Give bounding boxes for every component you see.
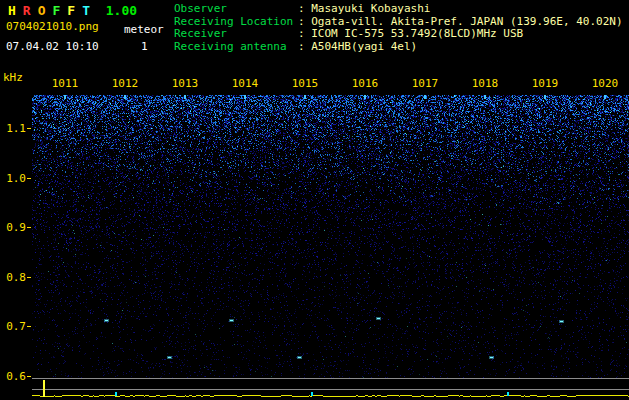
time-tick-label: 1017 bbox=[409, 77, 441, 90]
app-title-letters: HROFFT bbox=[8, 3, 97, 18]
logo-letter: F bbox=[67, 3, 75, 18]
logo-letter: R bbox=[23, 3, 31, 18]
time-tick-label: 1016 bbox=[349, 77, 381, 90]
time-tick-label: 1019 bbox=[529, 77, 561, 90]
date-time-stamp: 07.04.02 10:10 bbox=[6, 40, 99, 53]
info-value: : A504HB(yagi 4el) bbox=[298, 40, 417, 53]
info-row: Receiving antenna: A504HB(yagi 4el) bbox=[174, 41, 623, 54]
info-value: : Ogata-vill. Akita-Pref. JAPAN (139.96E… bbox=[298, 15, 623, 28]
time-tick-label: 1011 bbox=[49, 77, 81, 90]
freq-tick-mark bbox=[27, 227, 31, 228]
freq-tick-label: 1.1 bbox=[0, 122, 26, 135]
freq-tick-label: 1.0 bbox=[0, 172, 26, 185]
time-tick-label: 1015 bbox=[289, 77, 321, 90]
time-tick-label: 1013 bbox=[169, 77, 201, 90]
output-filename: 0704021010.png bbox=[6, 20, 99, 33]
freq-tick-mark bbox=[27, 326, 31, 327]
freq-tick-label: 0.8 bbox=[0, 271, 26, 284]
freq-tick-mark bbox=[27, 376, 31, 377]
time-tick-label: 1018 bbox=[469, 77, 501, 90]
info-label: Observer bbox=[174, 3, 298, 16]
logo-letter: O bbox=[38, 3, 46, 18]
app-title: HROFFT 1.00 bbox=[8, 3, 137, 18]
spectrogram-canvas bbox=[32, 95, 629, 400]
mode-count: 1 bbox=[141, 40, 148, 53]
logo-letter: H bbox=[8, 3, 16, 18]
freq-tick-label: 0.6 bbox=[0, 370, 26, 383]
observer-info-block: Observer: Masayuki KobayashiReceiving Lo… bbox=[174, 3, 623, 53]
logo-letter: T bbox=[82, 3, 90, 18]
freq-tick-label: 0.9 bbox=[0, 221, 26, 234]
time-tick-label: 1020 bbox=[589, 77, 621, 90]
logo-letter: F bbox=[52, 3, 60, 18]
time-tick-label: 1014 bbox=[229, 77, 261, 90]
info-label: Receiver bbox=[174, 28, 298, 41]
freq-axis-unit-label: kHz bbox=[3, 71, 23, 84]
info-label: Receiving antenna bbox=[174, 41, 298, 54]
mode-label: meteor bbox=[124, 23, 164, 36]
hrofft-spectrogram-window: HROFFT 1.00 0704021010.png 07.04.02 10:1… bbox=[0, 0, 629, 400]
freq-tick-mark bbox=[27, 178, 31, 179]
info-value: : Masayuki Kobayashi bbox=[298, 2, 430, 15]
freq-tick-mark bbox=[27, 277, 31, 278]
info-value: : ICOM IC-575 53.7492(8LCD)MHz USB bbox=[298, 27, 523, 40]
time-tick-label: 1012 bbox=[109, 77, 141, 90]
freq-tick-label: 0.7 bbox=[0, 320, 26, 333]
freq-tick-mark bbox=[27, 128, 31, 129]
app-version: 1.00 bbox=[106, 3, 137, 18]
